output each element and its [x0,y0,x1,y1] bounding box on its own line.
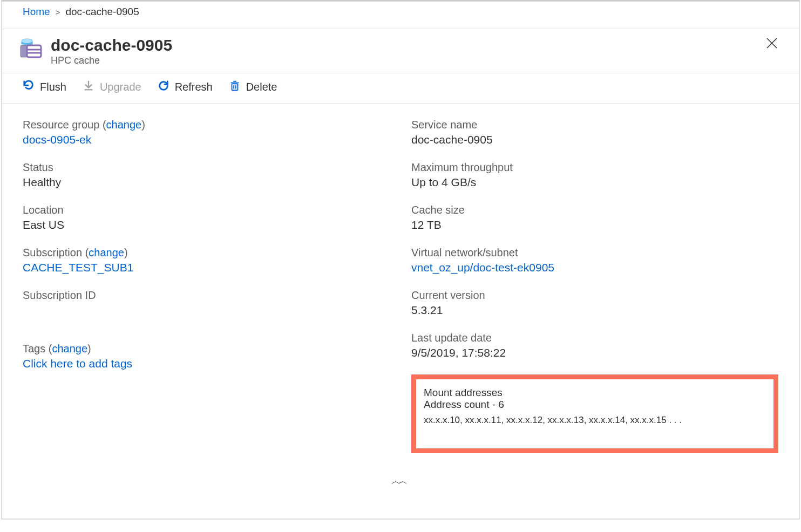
cache-size-label: Cache size [411,204,778,216]
svg-point-0 [22,39,32,43]
breadcrumb-home-link[interactable]: Home [23,6,50,18]
resource-group-change-link[interactable]: change [106,119,142,131]
virtual-network-value-link[interactable]: vnet_oz_up/doc-test-ek0905 [411,261,554,274]
chevron-up-icon: ︿ [398,476,410,486]
current-version-field: Current version 5.3.21 [411,289,778,317]
upgrade-icon [83,80,94,94]
essentials-right-column: Service name doc-cache-0905 Maximum thro… [411,119,778,453]
svg-rect-2 [27,45,41,57]
subscription-label: Subscription [23,247,82,258]
page-title: doc-cache-0905 [51,37,765,54]
mount-addresses-list: xx.x.x.10, xx.x.x.11, xx.x.x.12, xx.x.x.… [424,415,764,426]
maximum-throughput-label: Maximum throughput [411,161,778,174]
refresh-button[interactable]: Refresh [158,80,213,94]
refresh-icon [158,80,169,94]
window-top-divider [1,1,800,2]
tags-label: Tags [23,343,45,354]
toolbar: Flush Upgrade Refresh Delete [2,73,799,104]
add-tags-link[interactable]: Click here to add tags [23,357,132,370]
current-version-label: Current version [411,289,778,302]
current-version-value: 5.3.21 [411,304,778,317]
collapse-essentials-toggle[interactable]: ︿︿ [2,475,799,487]
flush-button[interactable]: Flush [23,80,66,94]
subscription-change-link[interactable]: change [89,247,124,258]
mount-addresses-field: Mount addresses Address count - 6 xx.x.x… [411,374,778,453]
upgrade-label: Upgrade [100,81,141,93]
cache-size-field: Cache size 12 TB [411,204,778,231]
service-name-value: doc-cache-0905 [411,133,778,146]
subscription-id-label: Subscription ID [23,289,390,302]
status-value: Healthy [23,176,390,189]
tags-field: Tags (change) Click here to add tags [23,343,390,370]
close-button[interactable] [765,37,778,52]
location-value: East US [23,219,390,231]
tags-change-link[interactable]: change [52,343,87,354]
page-header: doc-cache-0905 HPC cache [2,29,799,73]
delete-button[interactable]: Delete [229,80,277,94]
last-update-field: Last update date 9/5/2019, 17:58:22 [411,332,778,359]
flush-icon [23,80,35,94]
delete-label: Delete [246,81,277,93]
resource-group-label: Resource group [23,119,99,131]
svg-rect-8 [232,84,237,90]
resource-group-field: Resource group (change) docs-0905-ek [23,119,390,146]
virtual-network-label: Virtual network/subnet [411,247,778,259]
subscription-value-link[interactable]: CACHE_TEST_SUB1 [23,261,133,274]
upgrade-button: Upgrade [83,80,141,94]
last-update-value: 9/5/2019, 17:58:22 [411,346,778,359]
location-field: Location East US [23,204,390,231]
service-name-field: Service name doc-cache-0905 [411,119,778,146]
close-icon [765,37,778,50]
maximum-throughput-value: Up to 4 GB/s [411,176,778,189]
delete-icon [229,80,241,94]
page-container: Home > doc-cache-0905 doc-cache-0905 HPC… [1,2,800,520]
chevron-right-icon: > [56,8,60,17]
last-update-label: Last update date [411,332,778,344]
mount-addresses-count: Address count - 6 [424,399,764,411]
overview-essentials: Resource group (change) docs-0905-ek Sta… [2,109,799,453]
maximum-throughput-field: Maximum throughput Up to 4 GB/s [411,161,778,189]
refresh-label: Refresh [175,81,213,93]
subscription-field: Subscription (change) CACHE_TEST_SUB1 [23,247,390,274]
cache-size-value: 12 TB [411,219,778,231]
virtual-network-field: Virtual network/subnet vnet_oz_up/doc-te… [411,247,778,274]
page-subtitle: HPC cache [51,55,765,66]
subscription-id-field: Subscription ID [23,289,390,302]
breadcrumb-current: doc-cache-0905 [65,6,139,18]
service-name-label: Service name [411,119,778,131]
resource-group-value-link[interactable]: docs-0905-ek [23,133,91,146]
svg-rect-1 [21,45,27,57]
essentials-left-column: Resource group (change) docs-0905-ek Sta… [23,119,390,453]
breadcrumb: Home > doc-cache-0905 [2,2,799,29]
hpc-cache-icon [18,37,43,62]
status-field: Status Healthy [23,161,390,189]
location-label: Location [23,204,390,216]
mount-addresses-label: Mount addresses [424,387,764,399]
status-label: Status [23,161,390,174]
flush-label: Flush [40,81,66,93]
